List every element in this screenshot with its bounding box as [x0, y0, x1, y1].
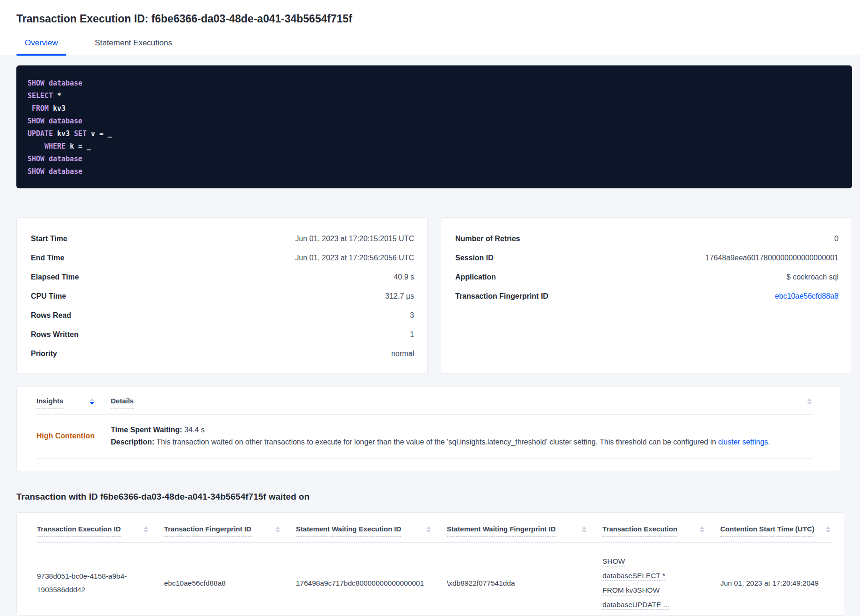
sort-up-icon — [275, 526, 280, 529]
column-header-label[interactable]: Transaction Execution — [602, 525, 677, 537]
sort-icon[interactable] — [90, 398, 94, 405]
detail-value: 312.7 µs — [385, 292, 414, 301]
tab-statement-executions[interactable]: Statement Executions — [86, 38, 180, 55]
detail-label: End Time — [31, 254, 64, 262]
time-waiting-value: 34.4 s — [184, 426, 205, 434]
detail-value: 40.9 s — [394, 273, 414, 281]
sql-line: SHOW database — [28, 165, 841, 178]
column-header: Transaction Execution ID — [37, 525, 164, 537]
detail-row: Rows Read3 — [31, 306, 414, 325]
insight-time-waiting: Time Spent Waiting: 34.4 s — [111, 424, 812, 436]
detail-value: Jun 01, 2023 at 17:20:15:2015 UTC — [295, 235, 414, 243]
sort-icon[interactable] — [582, 526, 587, 533]
detail-row: End TimeJun 01, 2023 at 17:20:56:2056 UT… — [31, 248, 414, 267]
page-header: Transaction Execution ID: f6be6366-da03-… — [0, 0, 860, 55]
sort-down-icon — [700, 530, 704, 533]
detail-row: Rows Written1 — [31, 325, 414, 344]
waited-on-heading: Transaction with ID f6be6366-da03-48de-a… — [16, 492, 860, 502]
column-header-label[interactable]: Statement Waiting Fingerprint ID — [447, 525, 556, 537]
column-header: Statement Waiting Fingerprint ID — [447, 525, 602, 537]
insights-card: Insights Details High Contention Time Sp… — [16, 386, 840, 471]
transaction-fingerprint-link[interactable]: ebc10ae56cfd88a8 — [775, 292, 838, 301]
tab-statement-executions-label: Statement Executions — [95, 38, 172, 47]
detail-value: 1 — [410, 330, 414, 339]
cell-transaction-fingerprint-id: ebc10ae56cfd88a8 — [164, 576, 296, 590]
summary-cards-row: Start TimeJun 01, 2023 at 17:20:15:2015 … — [16, 217, 852, 374]
tab-bar: Overview Statement Executions — [16, 38, 852, 55]
detail-row: Start TimeJun 01, 2023 at 17:20:15:2015 … — [31, 229, 414, 248]
sql-line: UPDATE kv3 SET v = _ — [28, 128, 841, 140]
sort-up-icon — [700, 526, 704, 529]
description-text: This transaction waited on other transac… — [157, 438, 718, 446]
sort-down-icon — [826, 530, 831, 533]
sort-down-icon — [275, 530, 280, 533]
insight-row: High Contention Time Spent Waiting: 34.4… — [36, 415, 812, 459]
time-waiting-label: Time Spent Waiting: — [111, 426, 182, 434]
detail-value: Jun 01, 2023 at 17:20:56:2056 UTC — [295, 254, 414, 262]
sort-icon[interactable] — [700, 526, 704, 533]
sort-icon[interactable] — [426, 526, 431, 533]
cell-statement-waiting-fingerprint-id: \xdb8922f077541dda — [447, 576, 602, 590]
sort-down-icon — [426, 530, 431, 533]
cell-transaction-execution-id: 9738d051-bc0e-4158-a9b4-1903586ddd42 — [37, 569, 164, 596]
details-column-header: Details — [111, 397, 807, 408]
sort-icon[interactable] — [826, 526, 831, 533]
waited-on-table-header: Transaction Execution IDTransaction Fing… — [37, 525, 832, 543]
page-title: Transaction Execution ID: f6be6366-da03-… — [16, 12, 852, 25]
description-period: . — [768, 438, 770, 446]
column-header: Statement Waiting Execution ID — [296, 525, 447, 537]
detail-label: Priority — [31, 350, 57, 358]
detail-label: Session ID — [455, 254, 494, 262]
insights-column-label[interactable]: Insights — [36, 397, 64, 408]
detail-label: Start Time — [31, 235, 67, 243]
cell-statement-waiting-execution-id: 176498a9c717bdc80000000000000001 — [296, 576, 447, 590]
cluster-settings-link[interactable]: cluster settings — [718, 438, 768, 446]
sql-line: SELECT * — [28, 90, 841, 102]
column-header: Transaction Execution — [602, 525, 720, 537]
detail-label: Rows Read — [31, 311, 71, 320]
column-header-label[interactable]: Transaction Fingerprint ID — [164, 525, 251, 537]
detail-row: Session ID17648a9eea60178000000000000000… — [455, 248, 838, 267]
sort-up-icon — [90, 398, 94, 401]
column-header-label[interactable]: Contention Start Time (UTC) — [720, 525, 814, 537]
sort-icon[interactable] — [807, 398, 812, 405]
sort-icon[interactable] — [275, 526, 280, 533]
detail-row: Prioritynormal — [31, 344, 414, 363]
transaction-execution-link[interactable]: SHOW databaseSELECT * FROM kv3SHOW datab… — [602, 554, 683, 612]
column-header: Contention Start Time (UTC) — [720, 525, 832, 537]
sql-line: SHOW database — [28, 115, 841, 128]
sql-line: FROM kv3 — [28, 102, 841, 115]
detail-label: Number of Retries — [455, 235, 520, 243]
sort-up-icon — [582, 526, 587, 529]
column-header-label[interactable]: Statement Waiting Execution ID — [296, 525, 401, 537]
sql-line: SHOW database — [28, 77, 841, 90]
insight-details: Time Spent Waiting: 34.4 s Description: … — [111, 424, 812, 448]
cell-contention-start-time: Jun 01, 2023 at 17:20:49:2049 — [720, 576, 832, 590]
insights-header-row: Insights Details — [36, 397, 812, 408]
detail-row: CPU Time312.7 µs — [31, 287, 414, 306]
detail-label: Rows Written — [31, 330, 79, 339]
sort-down-icon — [582, 530, 587, 533]
sql-line: WHERE k = _ — [28, 140, 841, 153]
detail-value: $ cockroach sql — [787, 273, 838, 281]
cell-transaction-execution: SHOW databaseSELECT * FROM kv3SHOW datab… — [602, 554, 720, 612]
detail-value: 3 — [410, 311, 414, 320]
detail-row: Application$ cockroach sql — [455, 267, 838, 287]
detail-label: CPU Time — [31, 292, 66, 301]
detail-value: 17648a9eea6017800000000000000001 — [705, 254, 838, 262]
tab-overview[interactable]: Overview — [16, 38, 66, 55]
sort-icon[interactable] — [143, 526, 148, 533]
insight-description: Description: This transaction waited on … — [111, 436, 812, 448]
sql-statements-box: SHOW databaseSELECT * FROM kv3SHOW datab… — [16, 65, 852, 188]
waited-on-table-card: Transaction Execution IDTransaction Fing… — [16, 512, 844, 616]
sort-up-icon — [807, 398, 812, 401]
detail-label: Application — [455, 273, 496, 281]
description-label: Description: — [111, 438, 154, 446]
sql-line: SHOW database — [28, 153, 841, 165]
details-column-label[interactable]: Details — [111, 397, 134, 408]
column-header-label[interactable]: Transaction Execution ID — [37, 525, 121, 537]
sort-down-icon — [90, 402, 94, 405]
sort-up-icon — [826, 526, 831, 529]
sort-down-icon — [807, 402, 812, 405]
detail-row: Elapsed Time40.9 s — [31, 267, 414, 287]
